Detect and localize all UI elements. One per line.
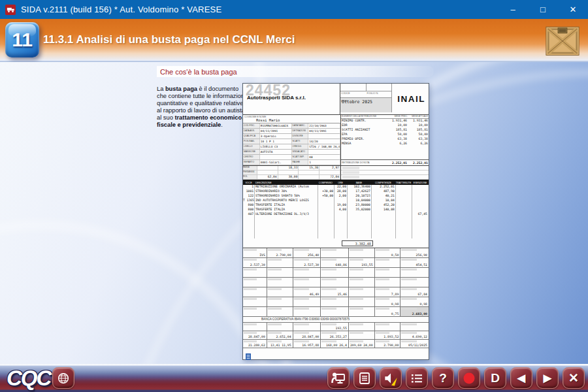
- inail-logo: INAIL: [397, 94, 425, 104]
- payslip-month: Ottobre 2025: [340, 98, 392, 112]
- cell: [375, 278, 401, 287]
- cell: [395, 212, 412, 217]
- pay-item-row: 1 RETRIBUZIONE ORDINARIA (Autom 22,00 10…: [243, 185, 429, 189]
- cell: TRASFERTE ITALIA: [254, 208, 318, 212]
- footer-row: 46,49 15,46 7,89 67,84: [243, 287, 429, 297]
- cell: [334, 212, 347, 217]
- cell: ULTERIORE DETRAZIONE DL.3/V/3: [254, 212, 318, 217]
- dictionary-button[interactable]: D: [484, 367, 506, 389]
- cell: 6,26: [387, 142, 408, 146]
- cell: MANSIONE: [243, 150, 260, 154]
- cell: 2.537,30: [293, 258, 321, 267]
- cell: 122: [243, 194, 254, 199]
- cell: [293, 268, 321, 277]
- element-row: PREMIO OPER. 63,38 63,38: [341, 137, 429, 142]
- cell: +30,00: [318, 189, 335, 194]
- forward-button[interactable]: ▶: [536, 367, 559, 389]
- cell: [321, 307, 349, 316]
- cell: [318, 199, 335, 203]
- body-total: 3.382,48: [342, 240, 373, 246]
- cell: [349, 248, 375, 257]
- audio-button[interactable]: [380, 367, 402, 389]
- cell: 0001-Salari.: [260, 160, 292, 165]
- cell: STRAORDINARIO SABATO 50%: [254, 194, 318, 199]
- index-button[interactable]: [406, 367, 428, 389]
- cell: SINDACATO: [292, 150, 309, 154]
- payslip-header: 24452 Autotrasporti SIDA s.r.l. CODICE F…: [243, 84, 429, 115]
- cell: [412, 203, 429, 208]
- cell: REPARTO: [243, 160, 260, 165]
- cell: IVS: [243, 248, 267, 257]
- cell: 22/10/1963: [308, 123, 340, 128]
- cell: 2.651,04: [267, 331, 293, 339]
- window-title: SIDA v.2111 (build 156) * Aut. Voldomino…: [21, 5, 221, 14]
- cell: DIVISORE: [292, 134, 309, 139]
- col-header: ELEMENTI DELLA RETRIBUZIONE: [341, 115, 387, 118]
- cell: 193,55: [321, 323, 349, 331]
- footer-row: 0,98 0,98: [243, 297, 429, 307]
- footer-row: IVS 2.790,00 256,40 0,50 256,90: [243, 248, 429, 258]
- cell: T 1365: [243, 199, 254, 203]
- tutor-button[interactable]: [327, 367, 350, 389]
- cell: 08: [308, 155, 340, 159]
- text-button[interactable]: [353, 367, 376, 389]
- pay-item-row: 800 TRASFERTE ITALIA 19,00 23,80000 452,…: [243, 203, 429, 208]
- back-arrow-icon: ◀: [517, 373, 525, 384]
- payslip-document: 24452 Autotrasporti SIDA s.r.l. CODICE F…: [242, 83, 429, 360]
- cell: 22,00: [334, 185, 347, 189]
- cell: [349, 323, 375, 331]
- cell: SCATTI: [292, 139, 309, 144]
- cell: [412, 208, 429, 212]
- cell: PERMESSI: [243, 171, 257, 174]
- payslip-bottom: [243, 348, 429, 361]
- back-button[interactable]: ◀: [510, 367, 532, 389]
- cell: [293, 297, 321, 306]
- footer-row: [243, 268, 429, 278]
- retribuzione-dovuta-row: RETRIBUZIONE DOVUTA 2.252,01 2.252,01: [341, 159, 429, 165]
- minimize-button[interactable]: –: [498, 0, 528, 19]
- cell: 04/11/1991: [308, 129, 340, 133]
- maximize-button[interactable]: □: [528, 0, 558, 19]
- help-button[interactable]: ?: [432, 367, 454, 389]
- cell: QUALIFICA: [243, 134, 260, 139]
- col-header: TRATTENUTE: [395, 182, 412, 184]
- cell: POS.INAIL: [243, 139, 260, 144]
- cell: 185,81: [408, 128, 429, 133]
- cell: 50,00: [387, 133, 408, 137]
- element-row: MENSA 6,26 6,26: [341, 142, 429, 146]
- cell: [395, 203, 412, 208]
- cell: [375, 268, 401, 277]
- cell: [400, 323, 429, 331]
- col-header: ORE: [334, 182, 347, 184]
- cell: [243, 287, 267, 297]
- cell: DETRAZIONI: [292, 129, 309, 133]
- chapter-number-tile: 11: [5, 22, 39, 57]
- cell: 30,00: [278, 175, 299, 179]
- info-row: MANSIONE AUTISTA SINDACATO: [243, 150, 340, 155]
- globe-button[interactable]: [52, 367, 74, 389]
- cell: 168,00 26,4: [321, 340, 349, 348]
- cell: [318, 212, 335, 217]
- exit-button[interactable]: ✕: [563, 367, 585, 389]
- cell: 18,33: [278, 166, 299, 170]
- cell: [349, 307, 375, 316]
- cell: [293, 278, 321, 287]
- cell: [400, 278, 429, 287]
- cell: 20,10723: [347, 194, 371, 199]
- cell: [267, 278, 293, 287]
- close-button[interactable]: ✕: [558, 0, 588, 19]
- cell: AUTISTA: [260, 150, 292, 154]
- pay-item-row: 800 TRASFERTE ITALIA 4,00 35,02000 140,0…: [243, 208, 429, 212]
- record-button[interactable]: [458, 367, 480, 389]
- cell: FERIE: [243, 166, 257, 170]
- cell: 1.931,46: [387, 119, 408, 123]
- cell: [371, 212, 395, 217]
- cell: [267, 307, 293, 316]
- employee-info-table: COGNOME E NOME Rossi Mario COD.FISC. RSS…: [243, 115, 341, 165]
- document-icon: [245, 353, 252, 360]
- cell: [319, 171, 340, 174]
- info-row: QUALIFICA 3-Operaio DIVISORE: [243, 134, 340, 139]
- cell: [243, 268, 267, 277]
- intro-bold: busta paga: [165, 86, 197, 92]
- cell: 35,02000: [347, 208, 371, 212]
